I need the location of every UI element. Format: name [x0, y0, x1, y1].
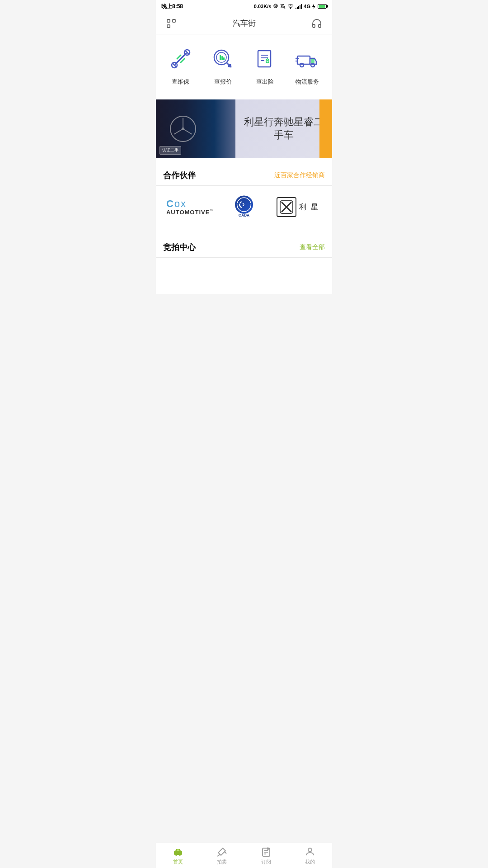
banner-text-area: 利星行奔驰星睿二手车: [235, 99, 333, 158]
banner-content: 认证二手 利星行奔驰星睿二手车: [156, 99, 332, 158]
svg-text:CADA: CADA: [239, 213, 249, 217]
partner-lixing[interactable]: 利 星: [271, 197, 325, 217]
signal-icon: [296, 4, 302, 9]
partners-header: 合作伙伴 近百家合作经销商: [156, 163, 332, 185]
headset-button[interactable]: [309, 15, 325, 32]
svg-rect-6: [300, 5, 300, 9]
quick-actions: 查维保 查报价: [156, 34, 332, 95]
price-label: 查报价: [214, 78, 232, 86]
location-icon: [273, 4, 278, 9]
banner-section[interactable]: 认证二手 利星行奔驰星睿二手车: [156, 99, 332, 158]
main-content: 查维保 查报价: [156, 34, 332, 294]
wifi-icon: [287, 4, 294, 9]
svg-rect-11: [167, 25, 170, 28]
logistics-icon-wrap: [294, 45, 321, 72]
partners-count: 近百家: [274, 171, 293, 179]
banner-title: 利星行奔驰星睿二手车: [240, 116, 328, 142]
svg-rect-7: [301, 4, 302, 9]
lixing-logo: 利 星: [277, 197, 319, 217]
svg-point-37: [300, 63, 304, 67]
network-speed: 0.03K/s: [254, 4, 272, 9]
partners-title: 合作伙伴: [163, 170, 196, 181]
network-type: 4G: [304, 4, 310, 9]
partner-cox[interactable]: Cox Automotive™: [163, 198, 217, 216]
status-time: 晚上8:58: [161, 3, 183, 10]
auction-header: 竞拍中心 查看全部: [156, 235, 332, 257]
svg-rect-24: [220, 55, 221, 60]
top-nav: 汽车街: [156, 13, 332, 34]
svg-rect-5: [298, 6, 299, 9]
svg-rect-34: [297, 56, 310, 64]
auction-section: 竞拍中心 查看全部: [156, 235, 332, 258]
action-insurance[interactable]: 查出险: [252, 45, 279, 86]
action-logistics[interactable]: 物流服务: [294, 45, 321, 86]
svg-rect-25: [221, 56, 223, 60]
svg-rect-4: [297, 7, 298, 9]
svg-rect-9: [167, 19, 170, 22]
svg-rect-39: [311, 59, 314, 63]
insurance-icon-wrap: [252, 45, 279, 72]
charging-icon: [312, 4, 316, 9]
partner-cada[interactable]: CADA: [217, 195, 271, 219]
cada-emblem-icon: CADA: [232, 195, 256, 219]
mercedes-logo: [169, 115, 197, 142]
battery-icon: [318, 4, 327, 9]
svg-marker-33: [267, 60, 268, 61]
partners-subtitle: 近百家合作经销商: [274, 171, 325, 179]
view-all-button[interactable]: 查看全部: [300, 243, 325, 251]
lixing-text: 利 星: [299, 203, 319, 212]
svg-rect-3: [296, 8, 296, 9]
svg-point-41: [182, 127, 184, 130]
banner-badge: 认证二手: [160, 146, 181, 155]
svg-rect-10: [173, 19, 175, 22]
bell-mute-icon: [280, 4, 286, 9]
auction-title: 竞拍中心: [163, 242, 196, 253]
svg-point-28: [228, 64, 231, 67]
svg-point-0: [275, 5, 277, 7]
svg-rect-29: [258, 51, 271, 67]
price-icon-wrap: [209, 45, 236, 72]
logistics-label: 物流服务: [296, 78, 319, 86]
insurance-icon: [253, 46, 278, 71]
banner-next-tab[interactable]: [319, 99, 332, 158]
svg-point-2: [290, 8, 291, 9]
price-icon: [210, 46, 235, 71]
svg-rect-26: [223, 57, 225, 60]
svg-line-17: [177, 55, 184, 62]
maintenance-label: 查维保: [172, 78, 189, 86]
maintenance-icon-wrap: [167, 45, 194, 72]
logistics-icon: [295, 46, 320, 71]
cada-logo: CADA: [232, 195, 256, 219]
maintenance-icon: [168, 46, 193, 71]
lixing-icon-box: [277, 197, 296, 217]
svg-marker-8: [312, 4, 315, 9]
scan-button[interactable]: [163, 15, 179, 32]
partners-grid: Cox Automotive™: [156, 186, 332, 230]
svg-point-38: [311, 63, 314, 67]
action-maintenance[interactable]: 查维保: [167, 45, 194, 86]
cox-logo: Cox Automotive™: [166, 198, 214, 216]
action-price[interactable]: 查报价: [209, 45, 236, 86]
status-indicators: 0.03K/s 4G: [254, 4, 327, 9]
page-title: 汽车街: [233, 18, 256, 28]
status-bar: 晚上8:58 0.03K/s 4G: [156, 0, 332, 13]
insurance-label: 查出险: [256, 78, 274, 86]
